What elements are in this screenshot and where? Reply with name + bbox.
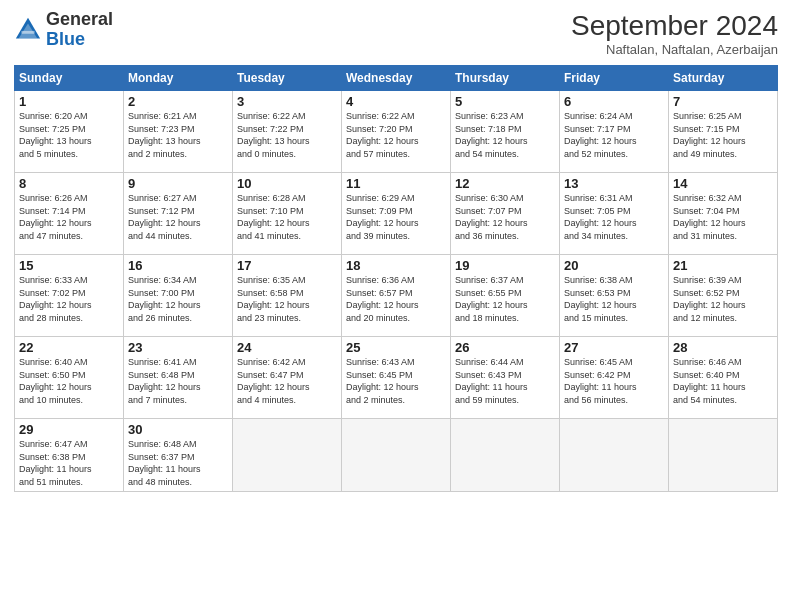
col-thursday: Thursday — [451, 66, 560, 91]
cell-info: Sunrise: 6:33 AM Sunset: 7:02 PM Dayligh… — [19, 274, 119, 324]
cell-info: Sunrise: 6:34 AM Sunset: 7:00 PM Dayligh… — [128, 274, 228, 324]
day-number: 15 — [19, 258, 119, 273]
day-number: 25 — [346, 340, 446, 355]
table-row: 7Sunrise: 6:25 AM Sunset: 7:15 PM Daylig… — [669, 91, 778, 173]
day-number: 10 — [237, 176, 337, 191]
cell-info: Sunrise: 6:32 AM Sunset: 7:04 PM Dayligh… — [673, 192, 773, 242]
day-number: 14 — [673, 176, 773, 191]
col-tuesday: Tuesday — [233, 66, 342, 91]
col-wednesday: Wednesday — [342, 66, 451, 91]
day-number: 2 — [128, 94, 228, 109]
cell-info: Sunrise: 6:43 AM Sunset: 6:45 PM Dayligh… — [346, 356, 446, 406]
table-row: 20Sunrise: 6:38 AM Sunset: 6:53 PM Dayli… — [560, 255, 669, 337]
table-row: 12Sunrise: 6:30 AM Sunset: 7:07 PM Dayli… — [451, 173, 560, 255]
day-number: 17 — [237, 258, 337, 273]
day-number: 23 — [128, 340, 228, 355]
table-row: 21Sunrise: 6:39 AM Sunset: 6:52 PM Dayli… — [669, 255, 778, 337]
logo-icon — [14, 16, 42, 44]
table-row — [669, 419, 778, 492]
day-number: 11 — [346, 176, 446, 191]
day-number: 29 — [19, 422, 119, 437]
day-number: 7 — [673, 94, 773, 109]
col-saturday: Saturday — [669, 66, 778, 91]
day-number: 5 — [455, 94, 555, 109]
cell-info: Sunrise: 6:27 AM Sunset: 7:12 PM Dayligh… — [128, 192, 228, 242]
table-row: 25Sunrise: 6:43 AM Sunset: 6:45 PM Dayli… — [342, 337, 451, 419]
logo: General Blue — [14, 10, 113, 50]
cell-info: Sunrise: 6:48 AM Sunset: 6:37 PM Dayligh… — [128, 438, 228, 488]
cell-info: Sunrise: 6:36 AM Sunset: 6:57 PM Dayligh… — [346, 274, 446, 324]
table-row: 3Sunrise: 6:22 AM Sunset: 7:22 PM Daylig… — [233, 91, 342, 173]
day-number: 9 — [128, 176, 228, 191]
day-number: 1 — [19, 94, 119, 109]
table-row: 18Sunrise: 6:36 AM Sunset: 6:57 PM Dayli… — [342, 255, 451, 337]
cell-info: Sunrise: 6:22 AM Sunset: 7:20 PM Dayligh… — [346, 110, 446, 160]
day-number: 30 — [128, 422, 228, 437]
table-row: 29Sunrise: 6:47 AM Sunset: 6:38 PM Dayli… — [15, 419, 124, 492]
cell-info: Sunrise: 6:47 AM Sunset: 6:38 PM Dayligh… — [19, 438, 119, 488]
logo-general: General — [46, 9, 113, 29]
day-number: 28 — [673, 340, 773, 355]
table-row: 16Sunrise: 6:34 AM Sunset: 7:00 PM Dayli… — [124, 255, 233, 337]
table-row: 13Sunrise: 6:31 AM Sunset: 7:05 PM Dayli… — [560, 173, 669, 255]
table-row — [342, 419, 451, 492]
table-row: 6Sunrise: 6:24 AM Sunset: 7:17 PM Daylig… — [560, 91, 669, 173]
logo-text: General Blue — [46, 10, 113, 50]
svg-rect-2 — [21, 31, 34, 34]
cell-info: Sunrise: 6:46 AM Sunset: 6:40 PM Dayligh… — [673, 356, 773, 406]
day-number: 4 — [346, 94, 446, 109]
cell-info: Sunrise: 6:29 AM Sunset: 7:09 PM Dayligh… — [346, 192, 446, 242]
day-number: 18 — [346, 258, 446, 273]
day-number: 13 — [564, 176, 664, 191]
table-row: 1Sunrise: 6:20 AM Sunset: 7:25 PM Daylig… — [15, 91, 124, 173]
table-row: 9Sunrise: 6:27 AM Sunset: 7:12 PM Daylig… — [124, 173, 233, 255]
table-row: 15Sunrise: 6:33 AM Sunset: 7:02 PM Dayli… — [15, 255, 124, 337]
logo-blue: Blue — [46, 29, 85, 49]
table-row: 4Sunrise: 6:22 AM Sunset: 7:20 PM Daylig… — [342, 91, 451, 173]
location: Naftalan, Naftalan, Azerbaijan — [571, 42, 778, 57]
day-number: 3 — [237, 94, 337, 109]
col-sunday: Sunday — [15, 66, 124, 91]
cell-info: Sunrise: 6:40 AM Sunset: 6:50 PM Dayligh… — [19, 356, 119, 406]
cell-info: Sunrise: 6:30 AM Sunset: 7:07 PM Dayligh… — [455, 192, 555, 242]
table-row: 24Sunrise: 6:42 AM Sunset: 6:47 PM Dayli… — [233, 337, 342, 419]
day-number: 27 — [564, 340, 664, 355]
table-row: 17Sunrise: 6:35 AM Sunset: 6:58 PM Dayli… — [233, 255, 342, 337]
page: General Blue September 2024 Naftalan, Na… — [0, 0, 792, 612]
table-row — [451, 419, 560, 492]
cell-info: Sunrise: 6:21 AM Sunset: 7:23 PM Dayligh… — [128, 110, 228, 160]
table-row — [560, 419, 669, 492]
day-number: 22 — [19, 340, 119, 355]
day-number: 6 — [564, 94, 664, 109]
cell-info: Sunrise: 6:38 AM Sunset: 6:53 PM Dayligh… — [564, 274, 664, 324]
day-number: 21 — [673, 258, 773, 273]
table-row: 23Sunrise: 6:41 AM Sunset: 6:48 PM Dayli… — [124, 337, 233, 419]
cell-info: Sunrise: 6:22 AM Sunset: 7:22 PM Dayligh… — [237, 110, 337, 160]
cell-info: Sunrise: 6:42 AM Sunset: 6:47 PM Dayligh… — [237, 356, 337, 406]
table-row: 19Sunrise: 6:37 AM Sunset: 6:55 PM Dayli… — [451, 255, 560, 337]
cell-info: Sunrise: 6:20 AM Sunset: 7:25 PM Dayligh… — [19, 110, 119, 160]
calendar-header-row: Sunday Monday Tuesday Wednesday Thursday… — [15, 66, 778, 91]
table-row: 5Sunrise: 6:23 AM Sunset: 7:18 PM Daylig… — [451, 91, 560, 173]
cell-info: Sunrise: 6:37 AM Sunset: 6:55 PM Dayligh… — [455, 274, 555, 324]
col-friday: Friday — [560, 66, 669, 91]
table-row: 22Sunrise: 6:40 AM Sunset: 6:50 PM Dayli… — [15, 337, 124, 419]
table-row: 10Sunrise: 6:28 AM Sunset: 7:10 PM Dayli… — [233, 173, 342, 255]
cell-info: Sunrise: 6:26 AM Sunset: 7:14 PM Dayligh… — [19, 192, 119, 242]
day-number: 26 — [455, 340, 555, 355]
month-year: September 2024 — [571, 10, 778, 42]
cell-info: Sunrise: 6:35 AM Sunset: 6:58 PM Dayligh… — [237, 274, 337, 324]
cell-info: Sunrise: 6:28 AM Sunset: 7:10 PM Dayligh… — [237, 192, 337, 242]
table-row — [233, 419, 342, 492]
day-number: 12 — [455, 176, 555, 191]
table-row: 2Sunrise: 6:21 AM Sunset: 7:23 PM Daylig… — [124, 91, 233, 173]
day-number: 19 — [455, 258, 555, 273]
day-number: 8 — [19, 176, 119, 191]
cell-info: Sunrise: 6:31 AM Sunset: 7:05 PM Dayligh… — [564, 192, 664, 242]
table-row: 8Sunrise: 6:26 AM Sunset: 7:14 PM Daylig… — [15, 173, 124, 255]
day-number: 16 — [128, 258, 228, 273]
day-number: 20 — [564, 258, 664, 273]
cell-info: Sunrise: 6:45 AM Sunset: 6:42 PM Dayligh… — [564, 356, 664, 406]
cell-info: Sunrise: 6:39 AM Sunset: 6:52 PM Dayligh… — [673, 274, 773, 324]
cell-info: Sunrise: 6:41 AM Sunset: 6:48 PM Dayligh… — [128, 356, 228, 406]
